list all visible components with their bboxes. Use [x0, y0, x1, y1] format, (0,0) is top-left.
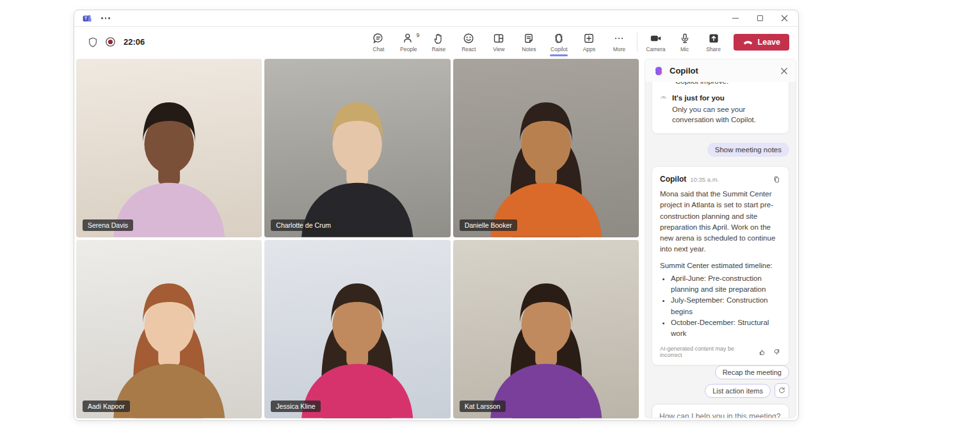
timeline-list: April-June: Pre-construction planning an…: [660, 273, 781, 340]
security-shield-icon[interactable]: [87, 36, 99, 48]
participant-name-tag: Danielle Booker: [460, 219, 517, 231]
meeting-timer: 22:06: [124, 37, 145, 47]
apps-icon: [582, 32, 595, 45]
copilot-logo-icon: [653, 65, 664, 77]
timeline-title: Summit Center estimated timeline:: [660, 260, 781, 271]
participant-silhouette: [76, 261, 262, 418]
message-sender: Copilot: [660, 175, 686, 184]
timeline-item: October-December: Structural work: [671, 317, 781, 340]
toolbar-share-button[interactable]: Share: [704, 32, 723, 52]
copilot-privacy-card: Copilot improve. It's just for you Only …: [652, 82, 789, 134]
toolbar-mic-button[interactable]: Mic: [675, 32, 695, 52]
titlebar-more-menu[interactable]: [101, 17, 110, 19]
suggestion-recap-button[interactable]: Recap the meeting: [715, 365, 789, 379]
toolbar-divider: [637, 33, 638, 52]
participant-silhouette: [264, 80, 450, 237]
copilot-input-field[interactable]: [659, 412, 782, 418]
react-smiley-icon: [462, 32, 475, 45]
toolbar-camera-button[interactable]: Camera: [646, 32, 665, 52]
privacy-title: It's just for you: [672, 93, 781, 104]
share-screen-icon: [707, 32, 720, 45]
toolbar-chat-button[interactable]: Chat: [369, 32, 388, 52]
copilot-message-card: Copilot 10:35 a.m. Mona said that the Su…: [652, 166, 789, 365]
hang-up-icon: [743, 38, 753, 46]
video-tile-kat-larsson: Kat Larsson: [453, 240, 639, 418]
recording-indicator-icon: [104, 36, 116, 48]
people-count-badge: 9: [417, 32, 420, 38]
copilot-panel-title: Copilot: [670, 66, 698, 75]
participant-silhouette: [264, 261, 450, 418]
ai-disclaimer: AI-generated content may be incorrect: [660, 345, 758, 358]
privacy-body: Only you can see your conversation with …: [672, 104, 781, 125]
chat-icon: [372, 32, 385, 45]
minimize-button[interactable]: [732, 15, 739, 22]
toolbar-apps-button[interactable]: Apps: [579, 32, 598, 52]
message-paragraph: Mona said that the Summit Center project…: [660, 189, 781, 255]
copilot-panel-header: Copilot: [645, 59, 796, 82]
show-meeting-notes-button[interactable]: Show meeting notes: [707, 143, 789, 157]
video-grid: Serena Davis Charlotte de Crum: [76, 59, 639, 418]
copilot-panel: Copilot Copilot improve. It's just for y…: [645, 59, 796, 418]
participant-silhouette: [453, 80, 639, 237]
titlebar: T: [74, 10, 798, 27]
participant-name-tag: Aadi Kapoor: [83, 400, 130, 412]
video-tile-charlotte-de-crum: Charlotte de Crum: [264, 59, 450, 237]
timeline-item: April-June: Pre-construction planning an…: [671, 273, 781, 296]
participant-name-tag: Charlotte de Crum: [271, 219, 336, 231]
message-timestamp: 10:35 a.m.: [690, 176, 719, 183]
camera-icon: [649, 32, 663, 45]
meeting-toolbar: 22:06 Chat 9 People Raise: [74, 27, 798, 57]
suggestion-action-items-button[interactable]: List action items: [705, 384, 771, 398]
maximize-button[interactable]: [756, 15, 764, 22]
notes-icon: [522, 32, 535, 45]
participant-name-tag: Jessica Kline: [271, 400, 320, 412]
toolbar-react-button[interactable]: React: [459, 32, 478, 52]
toolbar-notes-button[interactable]: Notes: [519, 32, 538, 52]
close-button[interactable]: [780, 15, 788, 22]
view-layout-icon: [492, 32, 505, 45]
raise-hand-icon: [432, 32, 445, 45]
video-tile-jessica-kline: Jessica Kline: [264, 240, 450, 418]
video-tile-serena-davis: Serena Davis: [76, 59, 262, 237]
mic-icon: [679, 32, 691, 45]
video-tile-danielle-booker: Danielle Booker: [453, 59, 639, 237]
clipped-text-line: Copilot improve.: [675, 82, 781, 86]
toolbar-people-button[interactable]: 9 People: [399, 32, 418, 52]
people-icon: [402, 32, 415, 45]
toolbar-copilot-button[interactable]: Copilot: [549, 32, 568, 52]
participant-silhouette: [76, 80, 262, 237]
copilot-close-button[interactable]: [780, 67, 788, 75]
toolbar-view-button[interactable]: View: [489, 32, 508, 52]
thumbs-up-icon[interactable]: [758, 348, 766, 356]
refresh-suggestions-button[interactable]: [775, 383, 789, 398]
participant-name-tag: Serena Davis: [83, 219, 133, 231]
copilot-input-box[interactable]: [652, 404, 789, 418]
participant-silhouette: [453, 261, 639, 418]
copilot-conversation[interactable]: Copilot improve. It's just for you Only …: [645, 82, 796, 418]
thumbs-down-icon[interactable]: [773, 348, 781, 356]
teams-meeting-window: T 22:06 Chat: [74, 10, 799, 421]
toolbar-more-button[interactable]: More: [609, 32, 629, 52]
timeline-item: July-September: Construction begins: [671, 295, 781, 317]
video-tile-aadi-kapoor: Aadi Kapoor: [76, 240, 262, 418]
copilot-outline-icon: [552, 32, 565, 45]
toolbar-raise-button[interactable]: Raise: [429, 32, 448, 52]
teams-logo-icon: T: [82, 13, 92, 24]
more-ellipsis-icon: [613, 32, 625, 45]
eye-privacy-icon: [660, 93, 667, 103]
leave-button[interactable]: Leave: [734, 34, 789, 51]
participant-name-tag: Kat Larsson: [460, 400, 506, 412]
copy-icon[interactable]: [773, 175, 781, 184]
